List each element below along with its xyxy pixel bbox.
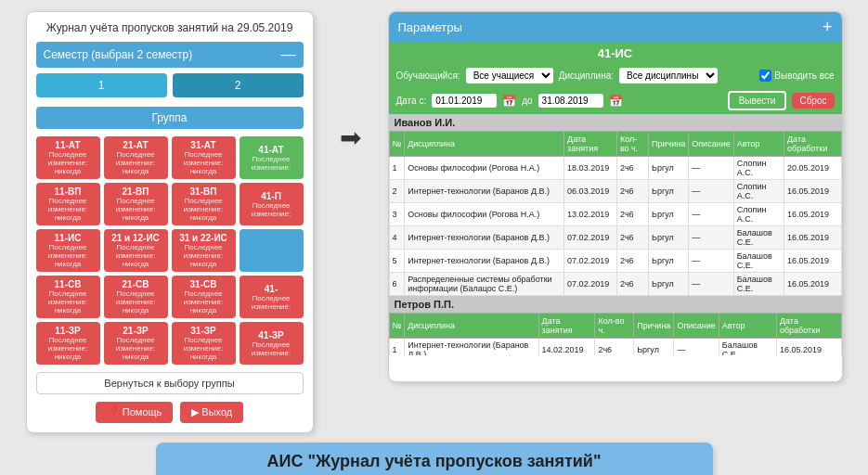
semester-label: Семестр (выбран 2 семестр) <box>44 48 193 61</box>
table-cell: — <box>689 250 733 273</box>
table-cell: 2 <box>389 180 405 203</box>
table-cell: 16.05.2019 <box>776 339 841 356</box>
right-panel: Параметры + 41-ИС Обучающийся: Все учащи… <box>388 11 843 382</box>
semester-tabs: 1 2 <box>36 73 304 97</box>
date-from-input[interactable] <box>432 94 497 108</box>
table-cell: 13.02.2019 <box>564 203 617 226</box>
table-row[interactable]: 1Интернет-технологии (Баранов Д.В.)14.02… <box>389 339 841 356</box>
semester-minus-btn[interactable]: — <box>281 46 296 63</box>
left-panel-title: Журнал учёта пропусков занятий на 29.05.… <box>36 21 304 34</box>
table-cell: 16.05.2019 <box>784 250 841 273</box>
semester-tab-1[interactable]: 1 <box>36 73 167 97</box>
help-button[interactable]: ❓ Помощь <box>96 402 174 423</box>
table-row[interactable]: 2Интернет-технологии (Баранов Д.В.)06.03… <box>389 180 841 203</box>
group-cell[interactable]: 11-ИСПоследнее изменение: никогда <box>36 229 100 272</box>
table-area: Иванов И.И.№ДисциплинаДата занятияКол-во… <box>389 114 842 355</box>
table-row[interactable]: 1Основы философии (Рогова Н.А.)18.03.201… <box>389 157 841 180</box>
table-header: Дисциплина <box>405 314 538 339</box>
bottom-title-bar: АИС "Журнал учёта пропусков занятий" <box>156 443 713 475</box>
table-header: Дата занятия <box>564 132 617 157</box>
table-cell: 07.02.2019 <box>564 250 617 273</box>
table-header: Кол-во ч. <box>595 314 634 339</box>
table-cell: — <box>689 157 733 180</box>
table-cell: Основы философии (Рогова Н.А.) <box>405 157 564 180</box>
group-cell[interactable]: 11-СВПоследнее изменение: никогда <box>36 276 100 318</box>
date-to-input[interactable] <box>538 94 603 108</box>
show-all-checkbox-label[interactable]: Выводить все <box>759 70 834 82</box>
table-cell: 16.05.2019 <box>784 180 841 203</box>
table-cell: 07.02.2019 <box>564 273 617 296</box>
table-header: № <box>389 132 405 157</box>
filter-discipline-label: Дисциплина: <box>559 71 614 81</box>
group-cell[interactable]: 31-ЗРПоследнее изменение: никогда <box>172 322 236 365</box>
group-cell[interactable]: 21-СВПоследнее изменение: никогда <box>104 276 168 318</box>
group-cell[interactable] <box>240 229 304 272</box>
data-table: №ДисциплинаДата занятияКол-во ч.ПричинаО… <box>389 131 842 296</box>
table-cell: Интернет-технологии (Баранов Д.В.) <box>405 180 564 203</box>
table-cell: 2ч6 <box>616 157 648 180</box>
calendar-icon: 📅 <box>502 95 516 108</box>
table-cell: 14.02.2019 <box>538 339 595 356</box>
group-cell[interactable]: 41-АТПоследнее изменение: <box>240 136 304 179</box>
vyvesti-button[interactable]: Вывести <box>728 91 787 110</box>
table-cell: 16.05.2019 <box>784 273 841 296</box>
table-cell: Балашов С.Е. <box>733 250 784 273</box>
table-cell: 20.05.2019 <box>784 157 841 180</box>
table-cell: Ьргул <box>649 226 689 250</box>
group-cell[interactable]: 31-ВППоследнее изменение: никогда <box>172 183 236 225</box>
table-header: Дата занятия <box>538 314 595 339</box>
table-cell: 1 <box>389 157 405 180</box>
table-row[interactable]: 5Интернет-технологии (Баранов Д.В.)07.02… <box>389 250 841 273</box>
main-container: Журнал учёта пропусков занятий на 29.05.… <box>0 0 868 433</box>
filter-discipline-select[interactable]: Все дисциплины <box>619 68 718 83</box>
table-cell: 16.05.2019 <box>784 203 841 226</box>
table-cell: — <box>689 226 733 250</box>
table-cell: Ьргул <box>649 180 689 203</box>
group-cell[interactable]: 11-АТПоследнее изменение: никогда <box>36 136 100 179</box>
table-cell: Ьргул <box>649 273 689 296</box>
exit-button[interactable]: ▶ Выход <box>180 402 243 423</box>
table-header: Дисциплина <box>405 132 564 157</box>
table-cell: Ьргул <box>649 203 689 226</box>
group-cell[interactable]: 31-СВПоследнее изменение: никогда <box>172 276 236 318</box>
student-group-header: Иванов И.И. <box>389 114 842 131</box>
group-cell[interactable]: 11-ЗРПоследнее изменение: никогда <box>36 322 100 365</box>
group-cell[interactable]: 41-Последнее изменение: <box>240 276 304 318</box>
params-plus-btn[interactable]: + <box>823 18 833 37</box>
filter-students-select[interactable]: Все учащиеся <box>466 68 553 83</box>
group-id-bar: 41-ИС <box>389 43 842 64</box>
show-all-checkbox[interactable] <box>759 70 771 82</box>
table-cell: Балашов С.Е. <box>719 339 776 356</box>
student-group-header: Петров П.П. <box>389 296 842 313</box>
table-row[interactable]: 4Интернет-технологии (Баранов Д.В.)07.02… <box>389 226 841 250</box>
params-title: Параметры <box>398 20 462 34</box>
table-cell: 06.03.2019 <box>564 180 617 203</box>
group-cell[interactable]: 31-АТПоследнее изменение: никогда <box>172 136 236 179</box>
group-cell[interactable]: 41-ЗРПоследнее изменение: <box>240 322 304 365</box>
group-cell[interactable]: 21-АТПоследнее изменение: никогда <box>104 136 168 179</box>
group-cell[interactable]: 21-ВППоследнее изменение: никогда <box>104 183 168 225</box>
semester-tab-2[interactable]: 2 <box>173 73 304 97</box>
back-button[interactable]: Вернуться к выбору группы <box>36 372 304 394</box>
table-header: Причина <box>634 314 674 339</box>
table-cell: Интернет-технологии (Баранов Д.В.) <box>405 339 538 356</box>
table-header: Кол-во ч. <box>616 132 648 157</box>
table-cell: 07.02.2019 <box>564 226 617 250</box>
group-cell[interactable]: 21 и 12-ИСПоследнее изменение: никогда <box>104 229 168 272</box>
table-cell: Ьргул <box>649 157 689 180</box>
table-row[interactable]: 3Основы философии (Рогова Н.А.)13.02.201… <box>389 203 841 226</box>
table-row[interactable]: 6Распределенные системы обработки информ… <box>389 273 841 296</box>
data-table: №ДисциплинаДата занятияКол-во ч.ПричинаО… <box>389 313 842 355</box>
table-cell: Интернет-технологии (Баранов Д.В.) <box>405 226 564 250</box>
table-header: № <box>389 314 405 339</box>
table-header: Описание <box>689 132 733 157</box>
table-cell: — <box>689 273 733 296</box>
table-header: Дата обработки <box>784 132 841 157</box>
group-cell[interactable]: 41-ППоследнее изменение: <box>240 183 304 225</box>
table-cell: Слопин А.С. <box>733 157 784 180</box>
table-cell: 1 <box>389 339 405 356</box>
sbros-button[interactable]: Сброс <box>792 93 834 109</box>
group-cell[interactable]: 21-ЗРПоследнее изменение: никогда <box>104 322 168 365</box>
group-cell[interactable]: 31 и 22-ИСПоследнее изменение: никогда <box>172 229 236 272</box>
group-cell[interactable]: 11-ВППоследнее изменение: никогда <box>36 183 100 225</box>
